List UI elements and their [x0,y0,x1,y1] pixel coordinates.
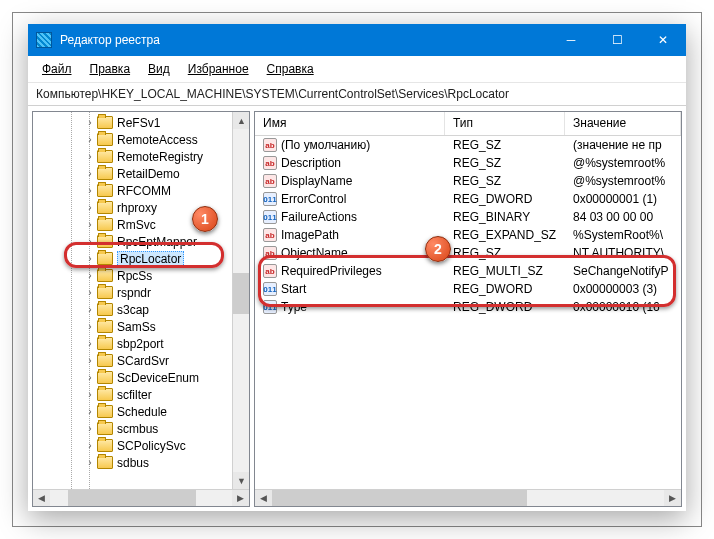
expand-icon[interactable]: › [85,220,95,230]
maximize-button[interactable]: ☐ [594,24,640,56]
folder-icon [97,303,113,316]
value-data: 0x00000003 (3) [565,282,681,296]
tree-item[interactable]: ›rspndr [33,284,232,301]
column-type[interactable]: Тип [445,112,565,135]
folder-icon [97,235,113,248]
tree-item[interactable]: ›Schedule [33,403,232,420]
tree-item[interactable]: ›ScDeviceEnum [33,369,232,386]
expand-icon[interactable]: › [85,390,95,400]
tree-item[interactable]: ›sdbus [33,454,232,471]
menu-edit[interactable]: Правка [82,60,139,78]
list-row[interactable]: 011TypeREG_DWORD0x00000010 (16 [255,298,681,316]
expand-icon[interactable]: › [85,407,95,417]
value-name: ObjectName [281,246,348,260]
tree-item[interactable]: ›RpcLocator [33,250,232,267]
expand-icon[interactable]: › [85,305,95,315]
tree-item[interactable]: ›RemoteAccess [33,131,232,148]
tree-item[interactable]: ›sbp2port [33,335,232,352]
list-row[interactable]: abDescriptionREG_SZ@%systemroot% [255,154,681,172]
tree-item[interactable]: ›RpcEptMapper [33,233,232,250]
address-bar[interactable]: Компьютер\HKEY_LOCAL_MACHINE\SYSTEM\Curr… [28,83,686,106]
value-data: @%systemroot% [565,174,681,188]
reg-binary-icon: 011 [263,300,277,314]
scroll-up-icon[interactable]: ▲ [233,112,249,129]
tree-item[interactable]: ›RemoteRegistry [33,148,232,165]
expand-icon[interactable]: › [85,271,95,281]
reg-binary-icon: 011 [263,282,277,296]
value-data: SeChangeNotifyP [565,264,681,278]
folder-icon [97,133,113,146]
expand-icon[interactable]: › [85,203,95,213]
value-data: @%systemroot% [565,156,681,170]
value-name: Start [281,282,306,296]
value-type: REG_SZ [445,138,565,152]
tree-item-label: RetailDemo [117,167,180,181]
tree-item-label: sbp2port [117,337,164,351]
expand-icon[interactable]: › [85,288,95,298]
tree-item-label: RemoteAccess [117,133,198,147]
menu-help[interactable]: Справка [259,60,322,78]
expand-icon[interactable]: › [85,254,95,264]
scroll-right-icon[interactable]: ▶ [232,490,249,507]
tree-item[interactable]: ›scfilter [33,386,232,403]
tree-item[interactable]: ›SamSs [33,318,232,335]
tree-item[interactable]: ›rhproxy [33,199,232,216]
expand-icon[interactable]: › [85,135,95,145]
value-type: REG_SZ [445,174,565,188]
list-row[interactable]: abDisplayNameREG_SZ@%systemroot% [255,172,681,190]
scroll-right-icon[interactable]: ▶ [664,490,681,507]
scroll-down-icon[interactable]: ▼ [233,472,249,489]
expand-icon[interactable]: › [85,118,95,128]
menu-favorites[interactable]: Избранное [180,60,257,78]
expand-icon[interactable]: › [85,152,95,162]
titlebar[interactable]: Редактор реестра ─ ☐ ✕ [28,24,686,56]
list-row[interactable]: 011FailureActionsREG_BINARY84 03 00 00 0… [255,208,681,226]
expand-icon[interactable]: › [85,322,95,332]
expand-icon[interactable]: › [85,441,95,451]
close-button[interactable]: ✕ [640,24,686,56]
minimize-button[interactable]: ─ [548,24,594,56]
list-row[interactable]: 011StartREG_DWORD0x00000003 (3) [255,280,681,298]
list-hscrollbar[interactable]: ◀ ▶ [255,489,681,506]
menu-file[interactable]: Файл [34,60,80,78]
value-name: Description [281,156,341,170]
tree-item[interactable]: ›s3cap [33,301,232,318]
tree-item[interactable]: ›RetailDemo [33,165,232,182]
value-type: REG_DWORD [445,300,565,314]
list-row[interactable]: 011ErrorControlREG_DWORD0x00000001 (1) [255,190,681,208]
folder-icon [97,371,113,384]
tree-item[interactable]: ›SCardSvr [33,352,232,369]
expand-icon[interactable]: › [85,356,95,366]
expand-icon[interactable]: › [85,339,95,349]
folder-icon [97,422,113,435]
reg-binary-icon: 011 [263,210,277,224]
menu-view[interactable]: Вид [140,60,178,78]
expand-icon[interactable]: › [85,186,95,196]
expand-icon[interactable]: › [85,424,95,434]
list-row[interactable]: abObjectNameREG_SZNT AUTHORITY\ [255,244,681,262]
tree-item[interactable]: ›scmbus [33,420,232,437]
expand-icon[interactable]: › [85,169,95,179]
column-name[interactable]: Имя [255,112,445,135]
value-name: RequiredPrivileges [281,264,382,278]
tree-hscrollbar[interactable]: ◀ ▶ [33,489,249,506]
tree-vscrollbar[interactable]: ▲ ▼ [232,112,249,489]
list-row[interactable]: ab(По умолчанию)REG_SZ(значение не пр [255,136,681,154]
folder-icon [97,456,113,469]
expand-icon[interactable]: › [85,237,95,247]
value-type: REG_MULTI_SZ [445,264,565,278]
reg-string-icon: ab [263,174,277,188]
tree-item[interactable]: ›SCPolicySvc [33,437,232,454]
list-row[interactable]: abRequiredPrivilegesREG_MULTI_SZSeChange… [255,262,681,280]
tree-item[interactable]: ›RpcSs [33,267,232,284]
tree-item[interactable]: ›RmSvc [33,216,232,233]
tree-item[interactable]: ›ReFSv1 [33,114,232,131]
tree-item[interactable]: ›RFCOMM [33,182,232,199]
column-value[interactable]: Значение [565,112,681,135]
scroll-left-icon[interactable]: ◀ [33,490,50,507]
scroll-left-icon[interactable]: ◀ [255,490,272,507]
list-row[interactable]: abImagePathREG_EXPAND_SZ%SystemRoot%\ [255,226,681,244]
expand-icon[interactable]: › [85,458,95,468]
folder-icon [97,286,113,299]
expand-icon[interactable]: › [85,373,95,383]
